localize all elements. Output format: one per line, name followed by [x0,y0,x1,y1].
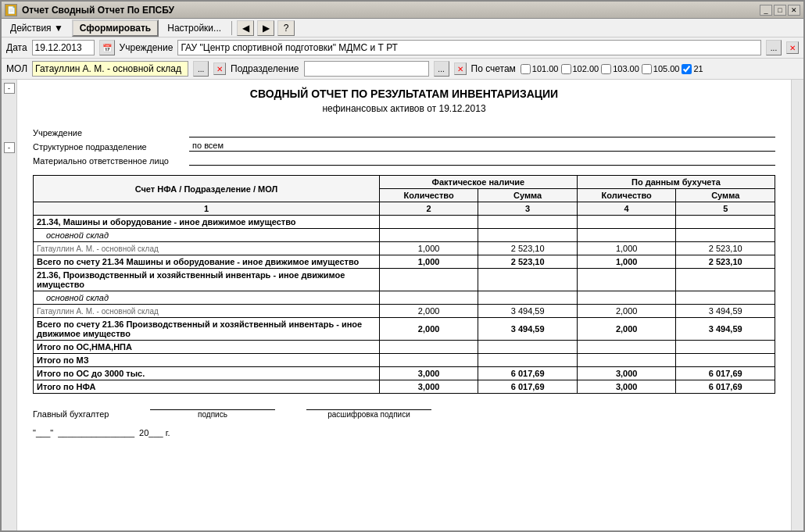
date-middle: ________________ [58,428,134,437]
help-button[interactable]: ? [277,20,295,36]
mol-field-label: Материально ответственное лицо [33,156,189,166]
subsection-col1: основной склад [34,229,380,242]
uchr-browse-button[interactable]: ... [766,40,782,55]
menu-nastroyki[interactable]: Настройки... [162,20,227,36]
checkbox-103-input[interactable] [601,64,611,74]
mol-clear-button[interactable]: ✕ [213,62,226,75]
itogo-col1: Итого по НФА [34,380,380,394]
table-row: основной склад [34,291,775,305]
title-bar: 📄 Отчет Сводный Отчет По ЕПСБУ _ □ ✕ [2,2,803,19]
checkbox-21[interactable]: 21 [682,64,703,74]
mol-browse-button[interactable]: ... [193,61,209,77]
table-row: основной склад [34,229,775,242]
th-buh: По данным бухучета [577,176,775,189]
checkbox-group: 101.00 102.00 103.00 105.00 21 [521,64,703,74]
th-num1: 1 [34,202,380,216]
forward-button[interactable]: ▶ [257,20,274,36]
left-sidebar: - - [2,80,17,530]
subsection-col1: основной склад [34,291,380,305]
total-col1: Всего по счету 21.36 Производственный и … [34,318,380,341]
uchr-clear-button[interactable]: ✕ [786,41,799,54]
report-fields: Учреждение Структурное подразделение по … [33,127,775,166]
checkbox-101-label: 101.00 [532,64,559,73]
struktur-field-value: по всем [189,141,775,152]
uchr-field-row: Учреждение [33,127,775,137]
window-controls: _ □ ✕ [760,5,800,16]
date-suffix: 20___ г. [139,428,170,437]
checkbox-21-label: 21 [693,64,703,73]
table-row: Итого по МЗ [34,354,775,367]
checkbox-102-input[interactable] [561,64,571,74]
report-area: СВОДНЫЙ ОТЧЕТ ПО РЕЗУЛЬТАТАМ ИНВЕНТАРИЗА… [17,80,791,530]
table-row: 21.36, Производственный и хозяйственный … [34,269,775,291]
decode-sub-label: расшифровка подписи [306,410,431,419]
position-label: Главный бухгалтер [33,409,134,419]
data-col1: Гатауллин А. М. - основной склад [34,242,380,255]
date-row: "___" ________________ 20___ г. [33,428,775,437]
back-button[interactable]: ◀ [237,20,254,36]
th-col3: Сумма [478,189,578,202]
podrazdel-input[interactable] [304,61,429,77]
content-area: - - СВОДНЫЙ ОТЧЕТ ПО РЕЗУЛЬТАТАМ ИНВЕНТА… [2,80,803,530]
date-label: Дата [6,42,27,53]
checkbox-103[interactable]: 103.00 [601,64,639,74]
checkbox-21-input[interactable] [682,64,692,74]
struktur-field-row: Структурное подразделение по всем [33,141,775,152]
table-row: Гатауллин А. М. - основной склад1,0002 5… [34,242,775,255]
uchr-input[interactable] [177,40,761,55]
table-row: Итого по ОС до 3000 тыс.3,0006 017,693,0… [34,367,775,380]
checkbox-105-input[interactable] [642,64,652,74]
total-col1: Всего по счету 21.34 Машины и оборудован… [34,255,380,269]
mol-field-value [189,155,775,166]
table-row: Итого по НФА3,0006 017,693,0006 017,69 [34,380,775,394]
mol-input[interactable] [32,61,188,77]
uchr-field-value [189,127,775,137]
checkbox-105[interactable]: 105.00 [642,64,680,74]
calendar-icon[interactable]: 📅 [99,40,115,55]
th-col2: Количество [379,189,478,202]
podrazdel-browse-button[interactable]: ... [434,61,449,77]
menu-sformirovat[interactable]: Сформировать [72,20,159,37]
signature-sub-label: подпись [150,410,275,419]
tree-expand-1[interactable]: - [4,83,15,94]
mol-label: МОЛ [6,63,27,74]
table-header-row-3: 1 2 3 4 5 [34,202,775,216]
uchr-label: Учреждение [120,42,174,53]
report-title: СВОДНЫЙ ОТЧЕТ ПО РЕЗУЛЬТАТАМ ИНВЕНТАРИЗА… [33,87,775,100]
podrazdel-label: Подразделение [231,63,299,74]
checkbox-102-label: 102.00 [573,64,599,73]
checkbox-101[interactable]: 101.00 [521,64,559,74]
table-row: Гатауллин А. М. - основной склад2,0003 4… [34,305,775,318]
maximize-button[interactable]: □ [774,5,786,16]
tree-expand-2[interactable]: - [4,142,15,153]
close-button[interactable]: ✕ [788,5,800,16]
checkbox-102[interactable]: 102.00 [561,64,599,74]
scrollbar-right[interactable] [791,80,803,530]
th-fact: Фактическое наличие [379,176,577,189]
itogo-col1: Итого по ОС до 3000 тыс. [34,367,380,380]
mol-bar: МОЛ ... ✕ Подразделение ... ✕ По счетам … [2,59,803,80]
signature-row: Главный бухгалтер подпись расшифровка по… [33,409,775,419]
section-col1: 21.36, Производственный и хозяйственный … [34,269,380,291]
app-icon: 📄 [5,4,17,16]
menu-actions[interactable]: Действия ▼ [5,20,69,36]
table-row: 21.34, Машины и оборудование - иное движ… [34,216,775,229]
checkbox-101-input[interactable] [521,64,531,74]
itogo-col1: Итого по МЗ [34,354,380,367]
podrazdel-clear-button[interactable]: ✕ [454,62,467,75]
menu-separator-1 [231,21,232,35]
table-row: Всего по счету 21.36 Производственный и … [34,318,775,341]
minimize-button[interactable]: _ [760,5,772,16]
th-num3: 3 [478,202,578,216]
date-input[interactable] [32,40,95,55]
struktur-field-label: Структурное подразделение [33,142,189,152]
signature-area: Главный бухгалтер подпись расшифровка по… [33,409,775,437]
date-prefix: "___" [33,428,53,437]
table-row: Итого по ОС,НМА,НПА [34,341,775,354]
th-num5: 5 [676,202,775,216]
mol-field-row: Материально ответственное лицо [33,155,775,166]
th-col1: Счет НФА / Подразделение / МОЛ [34,176,380,202]
menu-bar: Действия ▼ Сформировать Настройки... ◀ ▶… [2,19,803,37]
report-subtitle: нефинансовых активов от 19.12.2013 [33,103,775,114]
th-col4: Количество [577,189,676,202]
